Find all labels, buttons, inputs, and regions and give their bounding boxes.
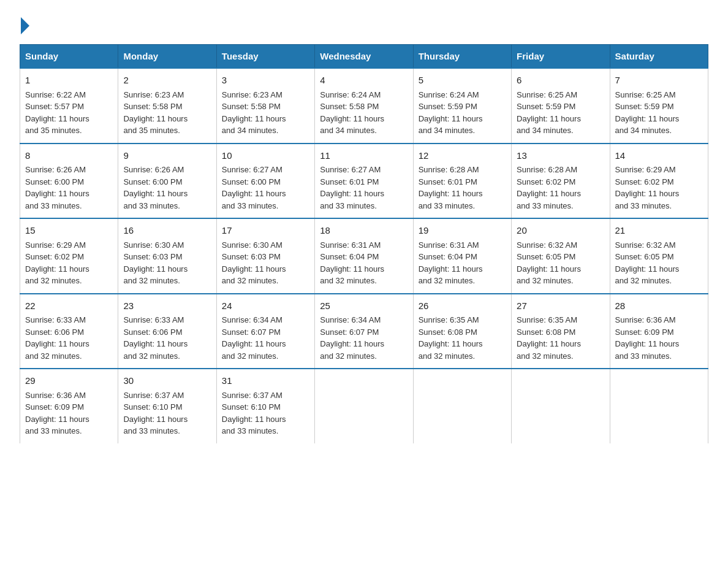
- calendar-cell: 3Sunrise: 6:23 AMSunset: 5:58 PMDaylight…: [216, 68, 314, 144]
- calendar-cell: 25Sunrise: 6:34 AMSunset: 6:07 PMDayligh…: [315, 294, 413, 369]
- logo: [20, 15, 29, 32]
- column-header-wednesday: Wednesday: [315, 45, 413, 69]
- calendar-cell: 4Sunrise: 6:24 AMSunset: 5:58 PMDaylight…: [315, 68, 413, 144]
- calendar-cell: 31Sunrise: 6:37 AMSunset: 6:10 PMDayligh…: [216, 369, 314, 443]
- calendar-cell: 2Sunrise: 6:23 AMSunset: 5:58 PMDaylight…: [118, 68, 216, 144]
- day-number: 21: [615, 224, 703, 238]
- logo-arrow-icon: [21, 17, 29, 34]
- calendar-cell: 13Sunrise: 6:28 AMSunset: 6:02 PMDayligh…: [512, 144, 610, 219]
- day-number: 17: [222, 224, 309, 238]
- day-number: 11: [320, 149, 408, 163]
- day-number: 20: [517, 224, 604, 238]
- calendar-cell: 20Sunrise: 6:32 AMSunset: 6:05 PMDayligh…: [512, 218, 610, 294]
- day-number: 9: [123, 149, 211, 163]
- calendar-cell: 27Sunrise: 6:35 AMSunset: 6:08 PMDayligh…: [512, 294, 610, 369]
- calendar-table: SundayMondayTuesdayWednesdayThursdayFrid…: [20, 44, 708, 443]
- calendar-cell: 30Sunrise: 6:37 AMSunset: 6:10 PMDayligh…: [118, 369, 216, 443]
- day-number: 4: [320, 74, 408, 88]
- calendar-header-row: SundayMondayTuesdayWednesdayThursdayFrid…: [20, 45, 708, 69]
- day-number: 14: [615, 149, 703, 163]
- day-number: 16: [123, 224, 211, 238]
- column-header-thursday: Thursday: [413, 45, 511, 69]
- calendar-cell: 19Sunrise: 6:31 AMSunset: 6:04 PMDayligh…: [413, 218, 511, 294]
- calendar-cell: [610, 369, 708, 443]
- day-number: 28: [615, 299, 703, 313]
- calendar-cell: [315, 369, 413, 443]
- day-number: 13: [517, 149, 604, 163]
- calendar-cell: 17Sunrise: 6:30 AMSunset: 6:03 PMDayligh…: [216, 218, 314, 294]
- day-number: 24: [222, 299, 309, 313]
- day-number: 5: [419, 74, 506, 88]
- day-number: 23: [123, 299, 211, 313]
- calendar-cell: 6Sunrise: 6:25 AMSunset: 5:59 PMDaylight…: [512, 68, 610, 144]
- calendar-week-row: 8Sunrise: 6:26 AMSunset: 6:00 PMDaylight…: [20, 144, 708, 219]
- calendar-week-row: 29Sunrise: 6:36 AMSunset: 6:09 PMDayligh…: [20, 369, 708, 443]
- day-number: 10: [222, 149, 309, 163]
- page-header: [20, 15, 708, 32]
- calendar-cell: 29Sunrise: 6:36 AMSunset: 6:09 PMDayligh…: [20, 369, 118, 443]
- day-number: 15: [25, 224, 113, 238]
- calendar-cell: 1Sunrise: 6:22 AMSunset: 5:57 PMDaylight…: [20, 68, 118, 144]
- calendar-cell: 21Sunrise: 6:32 AMSunset: 6:05 PMDayligh…: [610, 218, 708, 294]
- calendar-cell: 15Sunrise: 6:29 AMSunset: 6:02 PMDayligh…: [20, 218, 118, 294]
- day-number: 1: [25, 74, 113, 88]
- calendar-cell: 8Sunrise: 6:26 AMSunset: 6:00 PMDaylight…: [20, 144, 118, 219]
- column-header-sunday: Sunday: [20, 45, 118, 69]
- calendar-week-row: 1Sunrise: 6:22 AMSunset: 5:57 PMDaylight…: [20, 68, 708, 144]
- calendar-cell: [413, 369, 511, 443]
- calendar-cell: 16Sunrise: 6:30 AMSunset: 6:03 PMDayligh…: [118, 218, 216, 294]
- day-number: 22: [25, 299, 113, 313]
- calendar-cell: 14Sunrise: 6:29 AMSunset: 6:02 PMDayligh…: [610, 144, 708, 219]
- day-number: 12: [419, 149, 506, 163]
- calendar-cell: 22Sunrise: 6:33 AMSunset: 6:06 PMDayligh…: [20, 294, 118, 369]
- day-number: 27: [517, 299, 604, 313]
- calendar-cell: 11Sunrise: 6:27 AMSunset: 6:01 PMDayligh…: [315, 144, 413, 219]
- day-number: 2: [123, 74, 211, 88]
- day-number: 6: [517, 74, 604, 88]
- day-number: 31: [222, 374, 309, 388]
- calendar-cell: 5Sunrise: 6:24 AMSunset: 5:59 PMDaylight…: [413, 68, 511, 144]
- calendar-cell: 18Sunrise: 6:31 AMSunset: 6:04 PMDayligh…: [315, 218, 413, 294]
- calendar-cell: [512, 369, 610, 443]
- calendar-cell: 26Sunrise: 6:35 AMSunset: 6:08 PMDayligh…: [413, 294, 511, 369]
- calendar-cell: 28Sunrise: 6:36 AMSunset: 6:09 PMDayligh…: [610, 294, 708, 369]
- day-number: 29: [25, 374, 113, 388]
- day-number: 19: [419, 224, 506, 238]
- calendar-week-row: 15Sunrise: 6:29 AMSunset: 6:02 PMDayligh…: [20, 218, 708, 294]
- calendar-cell: 23Sunrise: 6:33 AMSunset: 6:06 PMDayligh…: [118, 294, 216, 369]
- day-number: 18: [320, 224, 408, 238]
- day-number: 7: [615, 74, 703, 88]
- day-number: 8: [25, 149, 113, 163]
- day-number: 30: [123, 374, 211, 388]
- day-number: 25: [320, 299, 408, 313]
- day-number: 26: [419, 299, 506, 313]
- calendar-cell: 10Sunrise: 6:27 AMSunset: 6:00 PMDayligh…: [216, 144, 314, 219]
- calendar-week-row: 22Sunrise: 6:33 AMSunset: 6:06 PMDayligh…: [20, 294, 708, 369]
- column-header-saturday: Saturday: [610, 45, 708, 69]
- day-number: 3: [222, 74, 309, 88]
- calendar-cell: 7Sunrise: 6:25 AMSunset: 5:59 PMDaylight…: [610, 68, 708, 144]
- column-header-friday: Friday: [512, 45, 610, 69]
- column-header-monday: Monday: [118, 45, 216, 69]
- column-header-tuesday: Tuesday: [216, 45, 314, 69]
- calendar-cell: 9Sunrise: 6:26 AMSunset: 6:00 PMDaylight…: [118, 144, 216, 219]
- calendar-cell: 24Sunrise: 6:34 AMSunset: 6:07 PMDayligh…: [216, 294, 314, 369]
- calendar-cell: 12Sunrise: 6:28 AMSunset: 6:01 PMDayligh…: [413, 144, 511, 219]
